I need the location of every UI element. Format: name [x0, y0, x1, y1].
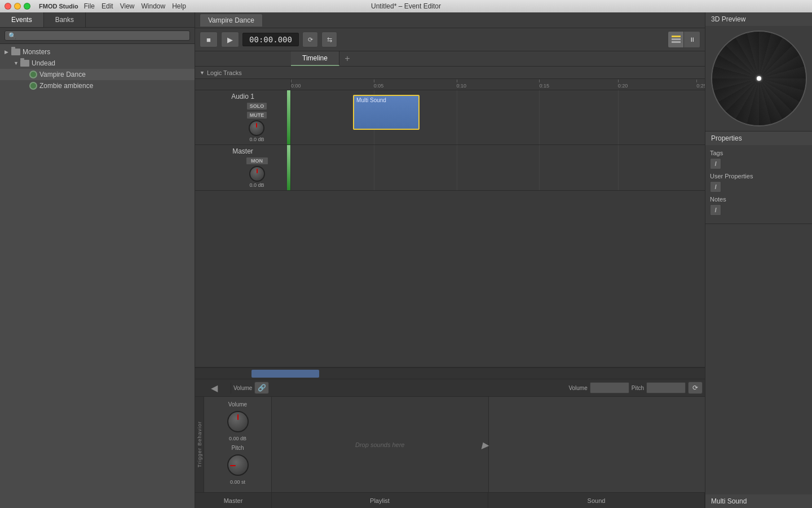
mon-button-master[interactable]: MON [246, 157, 268, 165]
grid-line-3 [539, 90, 540, 144]
drop-sounds-text: Drop sounds here [355, 441, 404, 448]
pitch-label: Pitch [632, 385, 644, 391]
title-bar: FMOD Studio File Edit View Window Help U… [0, 0, 812, 12]
playlist-drop-area[interactable]: Drop sounds here ▶ [272, 397, 489, 492]
bottom-footer: Master Playlist Sound [195, 492, 705, 508]
menu-view[interactable]: View [120, 2, 135, 10]
track-master: Master MON 0.0 dB [195, 145, 705, 191]
trigger-behavior-label: Trigger Behavior [197, 421, 202, 467]
main-area: Vampire Dance ■ ▶ 00:00.000 ⟳ ⇆ [195, 12, 705, 508]
app-name: FMOD Studio [39, 3, 78, 10]
properties-content: Tags I User Properties I Notes I [705, 145, 812, 224]
level-bar-master [287, 145, 290, 190]
pitch-extra-btn[interactable]: ⟳ [688, 382, 703, 394]
tree-item-vampire-dance[interactable]: Vampire Dance [0, 69, 195, 80]
transport-extra[interactable]: ⇆ [321, 32, 337, 47]
footer-playlist-label: Playlist [370, 497, 390, 504]
track-content-audio1[interactable]: Multi Sound [291, 90, 705, 144]
collapse-btn[interactable]: ◀ [197, 383, 231, 393]
bottom-volume-label: Volume [228, 401, 247, 408]
clip-multi-sound[interactable]: Multi Sound [353, 95, 419, 130]
view-pause-button[interactable]: ⏸ [684, 32, 700, 47]
grid-line-m2 [457, 145, 457, 190]
tab-events[interactable]: Events [0, 12, 44, 27]
tab-timeline[interactable]: Timeline [291, 51, 339, 66]
view-list-button[interactable] [668, 32, 684, 47]
menu-edit[interactable]: Edit [102, 2, 113, 10]
solo-button-audio1[interactable]: SOLO [246, 102, 268, 110]
playlist-arrow-icon: ▶ [482, 439, 488, 450]
user-properties-label: User Properties [710, 173, 807, 179]
tree-item-zombie-ambience[interactable]: Zombie ambience [0, 80, 195, 91]
bottom-volume-value: 0.00 dB [229, 436, 246, 441]
volume-link-btn[interactable]: 🔗 [254, 382, 269, 394]
bottom-minimap[interactable] [195, 368, 705, 379]
level-bar-audio1 [287, 90, 290, 144]
time-display: 00:00.000 [242, 33, 299, 46]
bottom-pitch-knob[interactable]: .bottom-knob:nth-child(5)::after { top: … [227, 454, 249, 476]
track-controls-master: Master MON 0.0 dB [195, 145, 291, 190]
tree-item-undead[interactable]: ▼ Undead [0, 58, 195, 69]
volume-field[interactable] [590, 382, 629, 393]
mute-button-audio1[interactable]: MUTE [246, 111, 268, 119]
volume-knob-dial-audio1[interactable] [249, 120, 264, 136]
menu-file[interactable]: File [84, 2, 95, 10]
sidebar: Events Banks ▶ Monsters ▼ Undead [0, 12, 195, 508]
svg-rect-2 [672, 41, 681, 43]
notes-row: I [710, 204, 807, 216]
track-btns-audio1: SOLO MUTE 0.0 dB [246, 102, 268, 142]
tree-item-monsters[interactable]: ▶ Monsters [0, 46, 195, 58]
notes-input-icon[interactable]: I [710, 204, 721, 216]
sidebar-search-container [0, 28, 195, 44]
tracks-container: Audio 1 SOLO MUTE 0.0 dB [195, 90, 705, 367]
volume-knob-dial-master[interactable] [249, 166, 265, 182]
tree-label-undead: Undead [32, 59, 55, 67]
bottom-volume-knob[interactable] [227, 411, 249, 432]
ruler-mark-25: 0:25 [696, 83, 705, 89]
user-properties-row: I [710, 181, 807, 192]
track-label-master: Master [232, 147, 253, 155]
minimize-button[interactable] [14, 3, 21, 10]
user-props-input-icon[interactable]: I [710, 181, 721, 192]
sound-area [489, 397, 705, 492]
footer-sound: Sound [488, 493, 705, 508]
collapse-arrow-icon: ◀ [211, 383, 218, 393]
sidebar-tabs: Events Banks [0, 12, 195, 28]
track-name-audio1: Audio 1 [231, 93, 254, 100]
event-editor: Vampire Dance ■ ▶ 00:00.000 ⟳ ⇆ [195, 12, 705, 367]
tags-input-icon[interactable]: I [710, 158, 721, 169]
clip-label-multi-sound: Multi Sound [356, 97, 386, 103]
pitch-field[interactable] [646, 382, 686, 393]
svg-rect-0 [672, 36, 681, 37]
tab-banks[interactable]: Banks [44, 12, 86, 27]
grid-line-m4 [618, 145, 619, 190]
ruler: 0:00 0:05 0:10 0:15 0:20 0:25 [195, 79, 705, 90]
ruler-mark-0: 0:00 [291, 83, 301, 89]
event-tab-bar: Vampire Dance [195, 12, 705, 28]
add-timeline-btn[interactable]: + [341, 52, 354, 65]
notes-label: Notes [710, 196, 807, 203]
grid-line-m3 [539, 145, 540, 190]
menu-help[interactable]: Help [172, 2, 186, 10]
search-input[interactable] [5, 30, 190, 41]
preview-3d-display [711, 30, 807, 126]
bottom-pitch-label: Pitch [231, 445, 244, 451]
timeline-tabs: Timeline + [195, 51, 705, 67]
loop-button[interactable]: ⟳ [302, 32, 318, 47]
maximize-button[interactable] [24, 3, 30, 10]
properties-section: Properties Tags I User Properties I Note… [705, 132, 812, 224]
toolbar: ■ ▶ 00:00.000 ⟳ ⇆ ⏸ [195, 28, 705, 51]
stop-button[interactable]: ■ [200, 32, 218, 47]
tags-row: I [710, 158, 807, 169]
play-button[interactable]: ▶ [221, 32, 239, 47]
bottom-controls: Volume 0.00 dB Pitch .bottom-knob:nth-ch… [204, 397, 272, 492]
multi-sound-title: Multi Sound [705, 494, 812, 508]
preview-3d-section: 3D Preview [705, 12, 812, 132]
event-tab-vampire-dance[interactable]: Vampire Dance [200, 14, 263, 27]
track-content-master[interactable] [291, 145, 705, 190]
trigger-label-container: Trigger Behavior [195, 397, 204, 492]
menu-window[interactable]: Window [141, 2, 165, 10]
bottom-toolbar: ◀ Volume 🔗 Volume Pitch ⟳ [195, 379, 705, 397]
close-button[interactable] [5, 3, 11, 10]
track-controls-audio1: Audio 1 SOLO MUTE 0.0 dB [195, 90, 291, 144]
